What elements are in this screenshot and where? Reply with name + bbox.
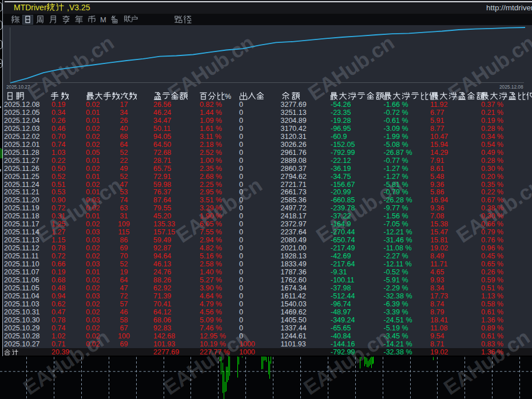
svg-text:%: % [225,93,231,101]
svg-text:M: M [100,15,106,24]
